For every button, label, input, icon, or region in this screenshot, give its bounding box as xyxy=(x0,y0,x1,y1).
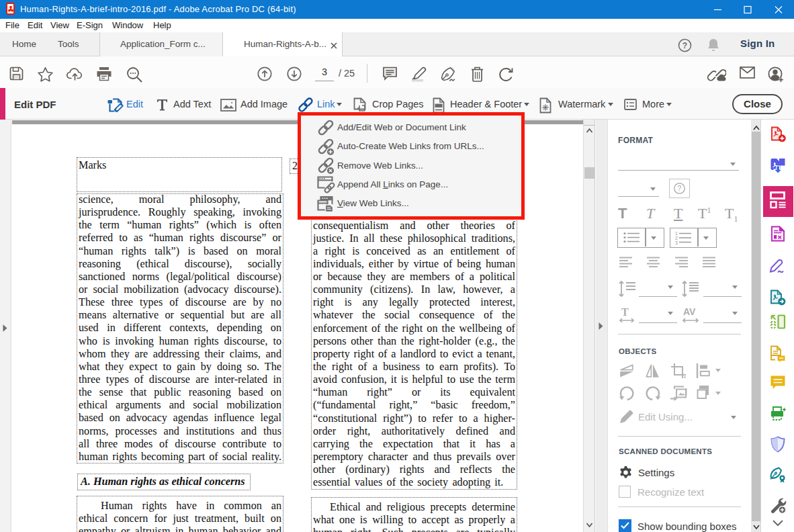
svg-text:AV: AV xyxy=(683,306,696,317)
svg-text:?: ? xyxy=(678,184,682,192)
svg-text:2: 2 xyxy=(675,236,678,240)
svg-text:3: 3 xyxy=(675,240,678,245)
svg-text:1: 1 xyxy=(675,231,678,236)
svg-text:?: ? xyxy=(682,41,687,50)
svg-text:T: T xyxy=(621,306,629,318)
